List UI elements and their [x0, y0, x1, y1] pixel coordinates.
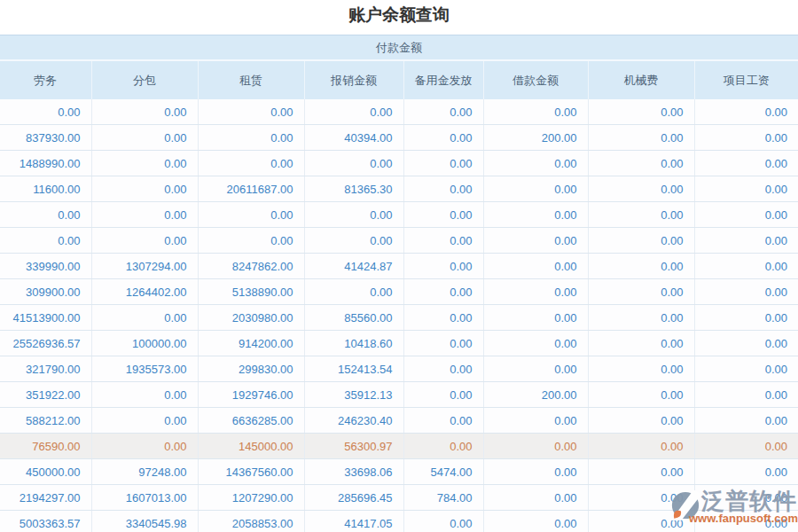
table-row[interactable]: 76590.000.00145000.0056300.970.000.000.0…: [0, 434, 798, 459]
table-cell: 0.00: [91, 305, 198, 331]
table-cell: 20611687.00: [198, 176, 304, 202]
table-cell: 0.00: [588, 459, 694, 485]
table-cell: 0.00: [588, 382, 694, 408]
table-row[interactable]: 0.000.000.000.000.000.000.000.00: [0, 202, 798, 228]
table-cell: 0.00: [0, 228, 91, 254]
table-cell: 0.00: [403, 151, 483, 176]
table-cell: 81365.30: [304, 176, 403, 202]
table-row[interactable]: 1488990.000.000.000.000.000.000.000.00: [0, 151, 798, 176]
table-cell: 0.00: [403, 125, 483, 151]
table-cell: 0.00: [588, 151, 694, 176]
table-row[interactable]: 351922.000.001929746.0035912.130.00200.0…: [0, 382, 798, 408]
table-cell: 784.00: [403, 485, 483, 511]
table-cell: 0.00: [588, 434, 694, 459]
table-cell: 0.00: [694, 511, 798, 532]
table-cell: 0.00: [403, 279, 483, 305]
table-row[interactable]: 0.000.000.000.000.000.000.000.00: [0, 228, 798, 254]
table-cell: 40394.00: [304, 125, 403, 151]
table-cell: 0.00: [694, 331, 798, 356]
table-cell: 0.00: [588, 125, 694, 151]
table-cell: 0.00: [694, 356, 798, 382]
table-cell: 321790.00: [0, 356, 91, 382]
table-cell: 0.00: [403, 331, 483, 356]
table-cell: 0.00: [483, 151, 588, 176]
table-row[interactable]: 309900.001264402.005138890.000.000.000.0…: [0, 279, 798, 305]
column-header-0: 劳务: [0, 60, 91, 99]
table-cell: 14367560.00: [198, 459, 304, 485]
table-cell: 0.00: [483, 331, 588, 356]
table-cell: 0.00: [198, 228, 304, 254]
table-cell: 0.00: [483, 228, 588, 254]
balance-table: 付款金额 劳务分包租赁报销金额备用金发放借款金额机械费项目工资 0.000.00…: [0, 35, 798, 532]
table-row[interactable]: 25526936.57100000.00914200.0010418.600.0…: [0, 331, 798, 356]
column-header-1: 分包: [91, 60, 198, 99]
table-cell: 0.00: [403, 176, 483, 202]
table-row[interactable]: 450000.0097248.0014367560.0033698.065474…: [0, 459, 798, 485]
table-cell: 0.00: [483, 408, 588, 434]
table-cell: 914200.00: [198, 331, 304, 356]
table-cell: 0.00: [403, 254, 483, 279]
account-balance-page: 账户余额查询 付款金额 劳务分包租赁报销金额备用金发放借款金额机械费项目工资 0…: [0, 0, 798, 532]
table-row[interactable]: 588212.000.006636285.00246230.400.000.00…: [0, 408, 798, 434]
table-cell: 35912.13: [304, 382, 403, 408]
table-cell: 5474.00: [403, 459, 483, 485]
table-cell: 0.00: [694, 434, 798, 459]
table-cell: 0.00: [588, 408, 694, 434]
table-row[interactable]: 41513900.000.002030980.0085560.000.000.0…: [0, 305, 798, 331]
table-cell: 285696.45: [304, 485, 403, 511]
table-cell: 0.00: [198, 125, 304, 151]
table-cell: 0.00: [304, 202, 403, 228]
table-cell: 1307294.00: [91, 254, 198, 279]
table-cell: 0.00: [403, 408, 483, 434]
table-cell: 0.00: [588, 356, 694, 382]
page-title: 账户余额查询: [0, 0, 798, 35]
table-cell: 0.00: [483, 434, 588, 459]
table-row[interactable]: 2194297.001607013.001207290.00285696.457…: [0, 485, 798, 511]
table-cell: 76590.00: [0, 434, 91, 459]
table-row[interactable]: 339990.001307294.008247862.0041424.870.0…: [0, 254, 798, 279]
table-cell: 0.00: [694, 228, 798, 254]
column-header-5: 借款金额: [483, 60, 588, 99]
table-row[interactable]: 0.000.000.000.000.000.000.000.00: [0, 99, 798, 125]
table-cell: 1207290.00: [198, 485, 304, 511]
table-body: 0.000.000.000.000.000.000.000.00837930.0…: [0, 99, 798, 532]
table-cell: 837930.00: [0, 125, 91, 151]
table-cell: 0.00: [483, 485, 588, 511]
table-row[interactable]: 11600.000.0020611687.0081365.300.000.000…: [0, 176, 798, 202]
table-cell: 0.00: [403, 202, 483, 228]
table-row[interactable]: 837930.000.000.0040394.000.00200.000.000…: [0, 125, 798, 151]
table-cell: 339990.00: [0, 254, 91, 279]
table-cell: 6636285.00: [198, 408, 304, 434]
table-cell: 200.00: [483, 382, 588, 408]
table-cell: 0.00: [694, 485, 798, 511]
column-header-4: 备用金发放: [403, 60, 483, 99]
table-cell: 0.00: [403, 356, 483, 382]
table-cell: 5138890.00: [198, 279, 304, 305]
table-cell: 450000.00: [0, 459, 91, 485]
table-cell: 1264402.00: [91, 279, 198, 305]
table-row[interactable]: 321790.001935573.00299830.00152413.540.0…: [0, 356, 798, 382]
table-cell: 0.00: [588, 279, 694, 305]
table-cell: 0.00: [694, 202, 798, 228]
table-cell: 0.00: [694, 254, 798, 279]
table-cell: 0.00: [91, 228, 198, 254]
table-cell: 41417.05: [304, 511, 403, 532]
table-cell: 0.00: [91, 125, 198, 151]
table-cell: 0.00: [588, 228, 694, 254]
table-cell: 0.00: [0, 202, 91, 228]
table-cell: 0.00: [588, 176, 694, 202]
table-cell: 5003363.57: [0, 511, 91, 532]
column-header-row: 劳务分包租赁报销金额备用金发放借款金额机械费项目工资: [0, 60, 798, 99]
column-header-2: 租赁: [198, 60, 304, 99]
table-cell: 0.00: [588, 99, 694, 125]
table-row[interactable]: 5003363.573340545.982058853.0041417.050.…: [0, 511, 798, 532]
table-cell: 56300.97: [304, 434, 403, 459]
table-cell: 0.00: [694, 305, 798, 331]
table-cell: 1607013.00: [91, 485, 198, 511]
table-cell: 0.00: [483, 356, 588, 382]
table-cell: 0.00: [588, 254, 694, 279]
table-cell: 2194297.00: [0, 485, 91, 511]
table-cell: 97248.00: [91, 459, 198, 485]
table-cell: 0.00: [694, 125, 798, 151]
table-cell: 0.00: [304, 99, 403, 125]
